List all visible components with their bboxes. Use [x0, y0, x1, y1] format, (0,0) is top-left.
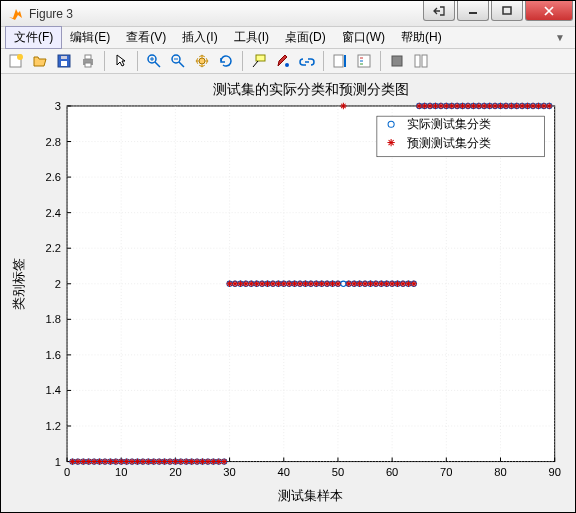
separator: [242, 51, 243, 71]
menu-insert[interactable]: 插入(I): [174, 27, 225, 48]
link-icon[interactable]: [296, 50, 318, 72]
svg-text:70: 70: [440, 466, 452, 478]
svg-text:30: 30: [223, 466, 235, 478]
svg-point-3: [17, 54, 23, 60]
hide-plot-tools-icon[interactable]: [386, 50, 408, 72]
svg-rect-1: [503, 7, 511, 14]
legend-icon[interactable]: [353, 50, 375, 72]
svg-text:1.6: 1.6: [45, 349, 61, 361]
svg-text:80: 80: [494, 466, 506, 478]
svg-rect-5: [61, 61, 67, 66]
svg-rect-27: [415, 55, 420, 67]
show-plot-tools-icon[interactable]: [410, 50, 432, 72]
new-figure-icon[interactable]: [5, 50, 27, 72]
separator: [104, 51, 105, 71]
title-bar[interactable]: Figure 3: [1, 1, 575, 27]
svg-text:0: 0: [64, 466, 70, 478]
menu-bar: 文件(F) 编辑(E) 查看(V) 插入(I) 工具(I) 桌面(D) 窗口(W…: [1, 27, 575, 49]
svg-text:1.4: 1.4: [45, 385, 61, 397]
svg-text:1: 1: [55, 456, 61, 468]
undock-button[interactable]: [423, 1, 455, 21]
menu-view[interactable]: 查看(V): [118, 27, 174, 48]
datatip-icon[interactable]: [248, 50, 270, 72]
svg-text:90: 90: [548, 466, 560, 478]
svg-line-11: [155, 62, 160, 67]
svg-text:预测测试集分类: 预测测试集分类: [407, 136, 491, 150]
svg-text:2.6: 2.6: [45, 171, 61, 183]
svg-text:测试集的实际分类和预测分类图: 测试集的实际分类和预测分类图: [213, 81, 409, 97]
svg-text:40: 40: [278, 466, 290, 478]
menu-overflow-icon[interactable]: ▼: [549, 32, 571, 43]
svg-point-19: [285, 63, 289, 67]
separator: [380, 51, 381, 71]
window-buttons: [421, 1, 573, 23]
print-icon[interactable]: [77, 50, 99, 72]
svg-text:类别标签: 类别标签: [11, 258, 26, 310]
svg-rect-26: [392, 56, 402, 66]
svg-text:2: 2: [55, 278, 61, 290]
save-icon[interactable]: [53, 50, 75, 72]
menu-window[interactable]: 窗口(W): [334, 27, 393, 48]
matlab-icon: [7, 6, 23, 22]
zoom-out-icon[interactable]: [167, 50, 189, 72]
chart: 010203040506070809011.21.41.61.822.22.42…: [1, 74, 575, 512]
toolbar: [1, 49, 575, 74]
svg-rect-20: [334, 55, 343, 67]
rotate-icon[interactable]: [215, 50, 237, 72]
axes-area[interactable]: 010203040506070809011.21.41.61.822.22.42…: [1, 74, 575, 512]
svg-text:3: 3: [55, 100, 61, 112]
colorbar-icon[interactable]: [329, 50, 351, 72]
separator: [323, 51, 324, 71]
svg-point-17: [199, 58, 205, 64]
svg-rect-21: [344, 55, 346, 67]
menu-tools[interactable]: 工具(I): [226, 27, 277, 48]
window-title: Figure 3: [29, 7, 421, 21]
svg-text:50: 50: [332, 466, 344, 478]
svg-text:20: 20: [169, 466, 181, 478]
svg-text:2.2: 2.2: [45, 242, 61, 254]
svg-rect-8: [85, 55, 91, 59]
svg-rect-22: [358, 55, 370, 67]
minimize-button[interactable]: [457, 1, 489, 21]
svg-text:1.2: 1.2: [45, 420, 61, 432]
brush-icon[interactable]: [272, 50, 294, 72]
svg-rect-18: [256, 55, 265, 61]
svg-rect-9: [85, 63, 91, 67]
svg-rect-28: [422, 55, 427, 67]
svg-text:1.8: 1.8: [45, 314, 61, 326]
menu-help[interactable]: 帮助(H): [393, 27, 450, 48]
separator: [137, 51, 138, 71]
svg-text:2.4: 2.4: [45, 207, 61, 219]
svg-text:测试集样本: 测试集样本: [278, 488, 343, 503]
open-icon[interactable]: [29, 50, 51, 72]
svg-text:2.8: 2.8: [45, 136, 61, 148]
pointer-icon[interactable]: [110, 50, 132, 72]
figure-window: Figure 3 文件(F) 编辑(E) 查看(V) 插入(I) 工具(I) 桌…: [0, 0, 576, 513]
menu-file[interactable]: 文件(F): [5, 26, 62, 49]
pan-icon[interactable]: [191, 50, 213, 72]
svg-rect-6: [61, 56, 67, 59]
svg-text:60: 60: [386, 466, 398, 478]
menu-desktop[interactable]: 桌面(D): [277, 27, 334, 48]
zoom-in-icon[interactable]: [143, 50, 165, 72]
svg-line-15: [179, 62, 184, 67]
svg-text:实际测试集分类: 实际测试集分类: [407, 118, 491, 132]
menu-edit[interactable]: 编辑(E): [62, 27, 118, 48]
maximize-button[interactable]: [491, 1, 523, 21]
svg-text:10: 10: [115, 466, 127, 478]
close-button[interactable]: [525, 1, 573, 21]
